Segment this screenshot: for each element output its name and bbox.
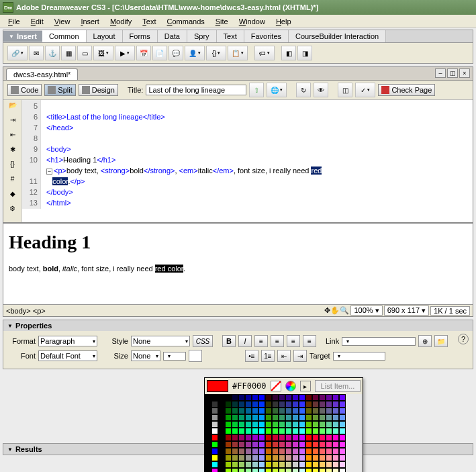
balance-icon[interactable]: {} — [7, 160, 18, 171]
select-tool-icon[interactable]: ✥ — [324, 306, 330, 315]
highlight-icon[interactable]: ◆ — [7, 190, 18, 201]
tab-spry[interactable]: Spry — [187, 30, 217, 42]
tag-chooser-icon[interactable]: 🏷 — [254, 46, 275, 60]
cb-icon1[interactable]: ◧ — [281, 46, 296, 60]
no-color-icon[interactable] — [271, 381, 281, 391]
comment-icon[interactable]: 💬 — [169, 46, 183, 60]
properties-header[interactable]: Properties — [3, 320, 473, 331]
validate-icon[interactable]: ✓ — [355, 83, 375, 97]
design-view[interactable]: Heading 1 body text, bold, italic, font … — [3, 222, 473, 304]
document-tab[interactable]: dwcs3-easy.html* — [6, 68, 78, 80]
head-icon[interactable]: 👤 — [185, 46, 205, 60]
refresh-icon[interactable]: ↻ — [296, 83, 311, 97]
syntax-icon[interactable]: ⚙ — [7, 205, 18, 216]
color-grid[interactable] — [205, 394, 363, 472]
div-icon[interactable]: ▭ — [77, 46, 92, 60]
code-view-button[interactable]: Code — [7, 84, 42, 96]
outdent-icon[interactable]: ⇤ — [277, 350, 291, 362]
heading-1[interactable]: Heading 1 — [9, 232, 467, 253]
table-icon[interactable]: ▦ — [61, 46, 76, 60]
tab-forms[interactable]: Forms — [123, 30, 158, 42]
open-docs-icon[interactable]: 📂 — [7, 101, 18, 112]
menu-site[interactable]: Site — [210, 16, 234, 27]
align-center-icon[interactable]: ≡ — [271, 335, 284, 347]
menu-view[interactable]: View — [49, 16, 76, 27]
font-select[interactable]: Default Font — [38, 350, 97, 361]
anchor-icon[interactable]: ⚓ — [45, 46, 60, 60]
bold-button[interactable]: B — [222, 335, 236, 347]
browse-folder-icon[interactable]: 📁 — [434, 335, 448, 347]
ol-icon[interactable]: 1≡ — [261, 350, 275, 362]
tab-layout[interactable]: Layout — [87, 30, 123, 42]
preview-icon[interactable]: 🌐 — [267, 83, 287, 97]
template-icon[interactable]: 📋 — [228, 46, 248, 60]
visual-aids-icon[interactable]: ◫ — [338, 83, 352, 97]
list-item-button[interactable]: List Item... — [315, 380, 361, 392]
view-options-icon[interactable]: 👁 — [314, 83, 328, 97]
selected-text[interactable]: red color — [155, 265, 183, 273]
align-right-icon[interactable]: ≡ — [287, 335, 300, 347]
close-icon[interactable]: × — [459, 68, 470, 78]
email-link-icon[interactable]: ✉ — [29, 46, 44, 60]
style-select[interactable]: None — [131, 336, 190, 346]
css-button[interactable]: CSS — [193, 335, 213, 347]
menu-file[interactable]: File — [3, 16, 26, 27]
menu-modify[interactable]: Modify — [105, 16, 137, 27]
upload-icon[interactable]: ⇧ — [249, 83, 264, 97]
title-label: Title: — [128, 86, 143, 94]
current-color-swatch — [207, 380, 228, 392]
tab-text[interactable]: Text — [217, 30, 244, 42]
split-view-button[interactable]: Split — [44, 84, 75, 96]
minimize-icon[interactable]: – — [435, 68, 446, 78]
script-icon[interactable]: {} — [206, 46, 226, 60]
italic-button[interactable]: I — [238, 335, 252, 347]
select-parent-icon[interactable]: ✱ — [7, 146, 18, 156]
menu-edit[interactable]: Edit — [26, 16, 49, 27]
hand-tool-icon[interactable]: ✋ — [330, 306, 340, 315]
body-paragraph[interactable]: body text, bold, italic, font size, i re… — [9, 263, 467, 274]
fold-icon[interactable]: − — [46, 169, 52, 175]
date-icon[interactable]: 📅 — [136, 46, 151, 60]
tab-common[interactable]: Common — [42, 30, 87, 42]
zoom-level[interactable]: 100% ▾ — [350, 305, 382, 316]
tag-selector[interactable]: <body> <p> — [6, 307, 324, 315]
size-unit-select[interactable] — [163, 352, 186, 361]
cb-icon2[interactable]: ◨ — [297, 46, 312, 60]
zoom-tool-icon[interactable]: 🔍 — [340, 306, 349, 315]
media-icon[interactable]: ▶ — [115, 46, 135, 60]
line-numbers-icon[interactable]: # — [7, 175, 18, 186]
menu-help[interactable]: Help — [271, 16, 297, 27]
menu-text[interactable]: Text — [137, 16, 161, 27]
tab-coursebuilder[interactable]: CourseBuilder Interaction — [289, 30, 386, 42]
hyperlink-icon[interactable]: 🔗 — [7, 46, 28, 60]
tab-data[interactable]: Data — [158, 30, 187, 42]
system-color-icon[interactable] — [285, 381, 296, 391]
code-editor[interactable]: 5678910111213 <title>Last of the long li… — [22, 100, 473, 222]
point-to-file-icon[interactable]: ⊕ — [418, 335, 432, 347]
collapse-icon[interactable]: ⇥ — [7, 116, 18, 127]
help-icon[interactable]: ? — [458, 334, 469, 344]
menu-window[interactable]: Window — [234, 16, 271, 27]
link-select[interactable] — [342, 337, 416, 346]
text-color-swatch[interactable] — [189, 350, 202, 362]
menu-commands[interactable]: Commands — [162, 16, 210, 27]
insert-panel-label[interactable]: Insert — [3, 31, 42, 42]
ssi-icon[interactable]: 📄 — [152, 46, 167, 60]
restore-icon[interactable]: ◫ — [447, 68, 458, 78]
page-title-input[interactable] — [146, 85, 246, 95]
check-page-button[interactable]: Check Page — [378, 84, 435, 96]
format-select[interactable]: Paragraph — [38, 336, 97, 346]
align-justify-icon[interactable]: ≡ — [303, 335, 316, 347]
design-view-button[interactable]: Design — [79, 84, 118, 96]
tab-favorites[interactable]: Favorites — [244, 30, 289, 42]
menu-insert[interactable]: Insert — [75, 16, 105, 27]
expand-icon[interactable]: ⇤ — [7, 131, 18, 142]
window-size[interactable]: 690 x 117 ▾ — [384, 305, 429, 316]
indent-icon[interactable]: ⇥ — [293, 350, 307, 362]
size-select[interactable]: None — [131, 350, 160, 361]
ul-icon[interactable]: •≡ — [245, 350, 258, 362]
align-left-icon[interactable]: ≡ — [254, 335, 268, 347]
target-select[interactable] — [333, 352, 385, 361]
picker-menu-icon[interactable]: ▸ — [300, 381, 311, 391]
image-icon[interactable]: 🖼 — [93, 46, 113, 60]
